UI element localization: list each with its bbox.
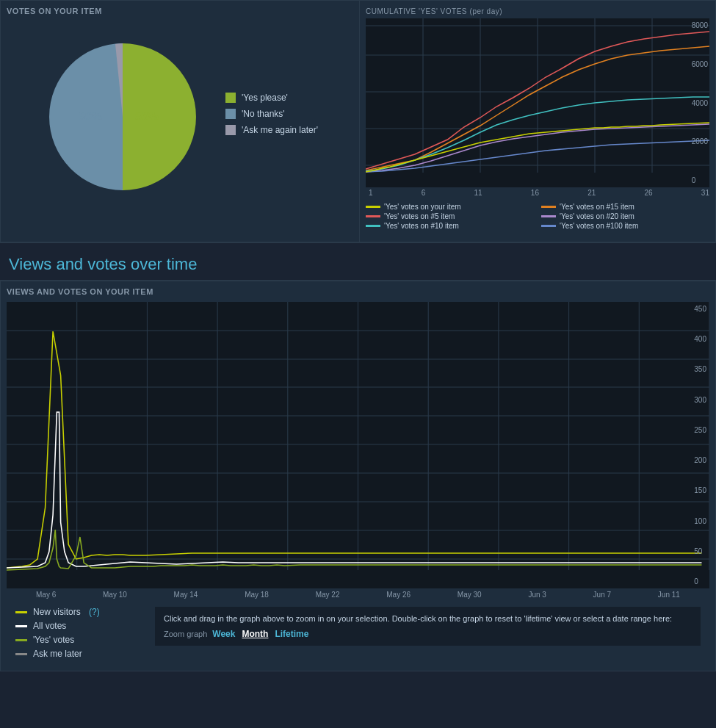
legend-all-votes: All votes bbox=[15, 621, 133, 631]
cumulative-panel: CUMULATIVE 'YES' VOTES (per day) bbox=[360, 0, 716, 242]
item10-line bbox=[366, 225, 380, 227]
legend-yes-votes: 'Yes' votes bbox=[15, 635, 133, 645]
legend-5: 'Yes' votes on #5 item bbox=[366, 212, 534, 220]
zoom-label: Zoom graph bbox=[164, 628, 207, 641]
your-item-line bbox=[366, 206, 380, 208]
main-y-axis: 450 400 350 300 250 200 150 100 50 0 bbox=[694, 302, 706, 588]
no-label: 'No thanks' bbox=[242, 109, 285, 119]
legend-20: 'Yes' votes on #20 item bbox=[541, 212, 709, 220]
legend-ask-me-later: Ask me later bbox=[15, 649, 133, 659]
ask-me-later-color bbox=[15, 653, 27, 655]
cumulative-chart-svg bbox=[366, 18, 709, 187]
section-title: Views and votes over time bbox=[9, 255, 707, 274]
ask-label: 'Ask me again later' bbox=[242, 125, 318, 135]
main-x-axis: May 6 May 10 May 14 May 18 May 22 May 26… bbox=[7, 588, 709, 601]
legend-no: 'No thanks' bbox=[225, 109, 318, 119]
legend-ask: 'Ask me again later' bbox=[225, 125, 318, 135]
item100-line bbox=[541, 225, 556, 227]
pie-pct-no: 50% bbox=[79, 110, 102, 123]
zoom-controls: Zoom graph Week Month Lifetime bbox=[164, 628, 692, 641]
zoom-week-button[interactable]: Week bbox=[211, 629, 236, 639]
cumulative-title: CUMULATIVE 'YES' VOTES (per day) bbox=[366, 7, 709, 15]
main-chart-svg bbox=[7, 302, 709, 588]
views-votes-title: VIEWS AND VOTES ON YOUR ITEM bbox=[7, 287, 709, 296]
pie-panel: VOTES ON YOUR ITEM 50% 50% bbox=[0, 0, 360, 242]
cumulative-y-axis: 8000 6000 4000 2000 0 bbox=[692, 18, 708, 187]
pie-legend: 'Yes please' 'No thanks' 'Ask me again l… bbox=[225, 93, 318, 141]
new-visitors-color bbox=[15, 611, 27, 613]
pie-title: VOTES ON YOUR ITEM bbox=[7, 7, 353, 15]
no-color bbox=[225, 109, 236, 119]
bottom-legend: New visitors (?) All votes 'Yes' votes A… bbox=[15, 607, 133, 659]
zoom-info: Click and drag in the graph above to zoo… bbox=[155, 607, 701, 646]
views-votes-panel: VIEWS AND VOTES ON YOUR ITEM bbox=[0, 281, 716, 671]
legend-15: 'Yes' votes on #15 item bbox=[541, 203, 709, 211]
legend-your-item: 'Yes' votes on your item bbox=[366, 203, 534, 211]
legend-yes: 'Yes please' bbox=[225, 93, 318, 103]
yes-votes-color bbox=[15, 639, 27, 641]
item5-line bbox=[366, 215, 380, 217]
legend-10: 'Yes' votes on #10 item bbox=[366, 222, 534, 230]
new-visitors-hint[interactable]: (?) bbox=[87, 607, 100, 617]
yes-color bbox=[225, 93, 236, 103]
cumulative-x-axis: 1 6 11 16 21 26 31 bbox=[366, 187, 709, 198]
pie-chart: 50% 50% bbox=[42, 36, 203, 198]
legend-new-visitors: New visitors (?) bbox=[15, 607, 133, 617]
ask-color bbox=[225, 125, 236, 135]
all-votes-color bbox=[15, 625, 27, 627]
middle-section: Views and votes over time bbox=[0, 243, 716, 281]
item20-line bbox=[541, 215, 556, 217]
legend-100: 'Yes' votes on #100 item bbox=[541, 222, 709, 230]
zoom-lifetime-button[interactable]: Lifetime bbox=[273, 629, 310, 639]
yes-label: 'Yes please' bbox=[242, 93, 288, 103]
zoom-info-text: Click and drag in the graph above to zoo… bbox=[164, 613, 692, 625]
pie-pct-yes: 50% bbox=[135, 110, 159, 123]
bottom-controls: New visitors (?) All votes 'Yes' votes A… bbox=[7, 601, 709, 665]
zoom-month-button[interactable]: Month bbox=[240, 629, 270, 639]
item15-line bbox=[541, 206, 556, 208]
cumulative-legend: 'Yes' votes on your item 'Yes' votes on … bbox=[366, 203, 709, 230]
